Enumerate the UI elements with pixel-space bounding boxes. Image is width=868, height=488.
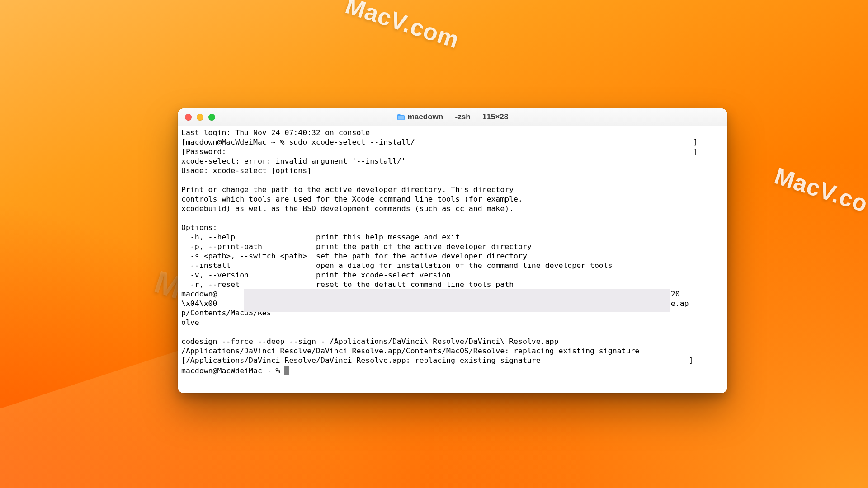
window-title: macdown — -zsh — 115×28 <box>178 113 727 122</box>
terminal-line: p/Contents/MacOS/Res <box>181 309 271 317</box>
svg-rect-1 <box>397 114 401 116</box>
terminal-line: -v, --version print the xcode-select ver… <box>181 271 451 279</box>
terminal-line: -p, --print-path print the path of the a… <box>181 242 532 251</box>
window-titlebar[interactable]: macdown — -zsh — 115×28 <box>178 108 727 126</box>
terminal-line: xcodebuild) as well as the BSD developme… <box>181 204 514 213</box>
terminal-line: Print or change the path to the active d… <box>181 185 514 194</box>
terminal-line: controls which tools are used for the Xc… <box>181 195 523 203</box>
terminal-line: codesign --force --deep --sign - /Applic… <box>181 337 558 346</box>
terminal-line: macdown@MacWdeiMac ~ % <box>181 366 284 375</box>
svg-rect-2 <box>398 116 404 120</box>
terminal-line: -s <path>, --switch <path> set the path … <box>181 252 527 260</box>
terminal-line: \x04\x00 \ Resolve.ap <box>181 299 689 308</box>
terminal-content[interactable]: Last login: Thu Nov 24 07:40:32 on conso… <box>178 126 727 393</box>
terminal-line: [Password: ] <box>181 147 698 156</box>
terminal-line: Usage: xcode-select [options] <box>181 166 311 175</box>
terminal-line: macdown@ -e 's/\x20 <box>181 290 680 298</box>
terminal-cursor <box>284 366 289 375</box>
terminal-line: /Applications/DaVinci Resolve/DaVinci Re… <box>181 347 639 355</box>
terminal-line: Last login: Thu Nov 24 07:40:32 on conso… <box>181 128 370 137</box>
home-folder-icon <box>397 113 405 121</box>
svg-rect-0 <box>397 115 405 120</box>
terminal-line: [/Applications/DaVinci Resolve/DaVinci R… <box>181 356 693 365</box>
terminal-line: [macdown@MacWdeiMac ~ % sudo xcode-selec… <box>181 138 698 146</box>
terminal-window[interactable]: macdown — -zsh — 115×28 Last login: Thu … <box>178 108 727 393</box>
window-title-text: macdown — -zsh — 115×28 <box>408 113 509 122</box>
terminal-line: xcode-select: error: invalid argument '-… <box>181 157 406 165</box>
terminal-line: --install open a dialog for installation… <box>181 261 613 270</box>
terminal-line: Options: <box>181 223 217 232</box>
zoom-button[interactable] <box>208 114 215 121</box>
terminal-line: -r, --reset reset to the default command… <box>181 280 514 289</box>
minimize-button[interactable] <box>197 114 203 121</box>
terminal-line: -h, --help print this help message and e… <box>181 233 460 241</box>
close-button[interactable] <box>185 114 192 121</box>
terminal-line: olve <box>181 318 199 327</box>
traffic-lights <box>185 114 215 121</box>
